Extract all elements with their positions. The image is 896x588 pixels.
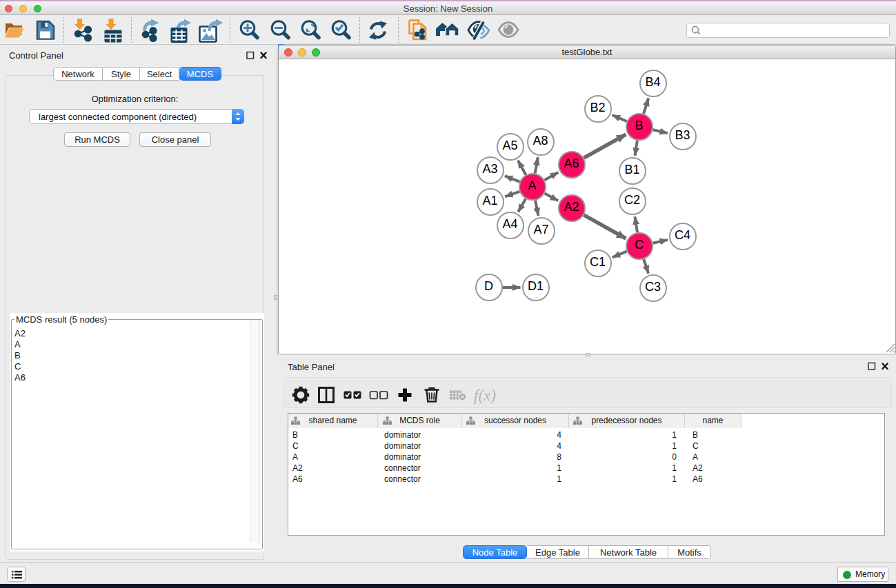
svg-text:f(x): f(x)	[474, 387, 496, 404]
